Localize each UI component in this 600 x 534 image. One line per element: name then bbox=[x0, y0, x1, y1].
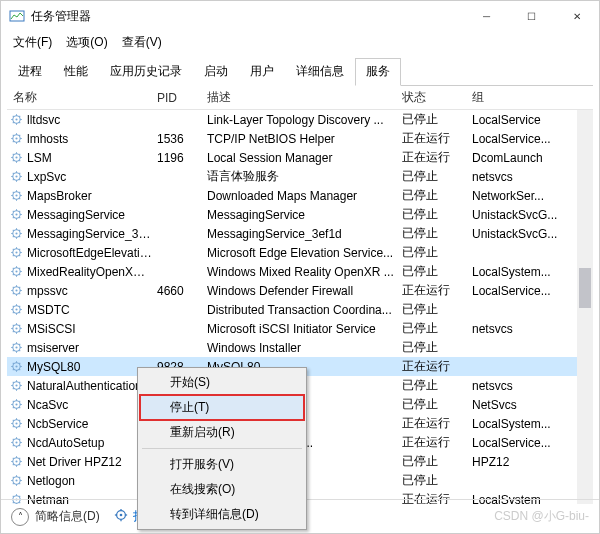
service-name: MapsBroker bbox=[27, 189, 96, 203]
service-group: LocalSystem... bbox=[472, 265, 572, 279]
gear-icon bbox=[9, 474, 23, 488]
svg-point-32 bbox=[15, 175, 17, 177]
svg-line-90 bbox=[12, 274, 13, 275]
tab-1[interactable]: 性能 bbox=[53, 58, 99, 86]
gear-icon bbox=[9, 379, 23, 393]
table-row[interactable]: LxpSvc语言体验服务已停止netsvcs bbox=[7, 167, 593, 186]
chevron-up-icon: ˄ bbox=[11, 508, 29, 526]
svg-line-128 bbox=[19, 350, 20, 351]
service-status: 已停止 bbox=[402, 377, 472, 394]
tab-6[interactable]: 服务 bbox=[355, 58, 401, 86]
tab-0[interactable]: 进程 bbox=[7, 58, 53, 86]
table-row[interactable]: MSDTCDistributed Transaction Coordina...… bbox=[7, 300, 593, 319]
gear-icon bbox=[9, 151, 23, 165]
tab-4[interactable]: 用户 bbox=[239, 58, 285, 86]
svg-point-92 bbox=[15, 289, 17, 291]
svg-line-97 bbox=[12, 287, 13, 288]
gear-icon bbox=[9, 227, 23, 241]
menu-options[interactable]: 选项(O) bbox=[60, 32, 113, 53]
service-status: 已停止 bbox=[402, 472, 472, 489]
svg-line-159 bbox=[19, 401, 20, 402]
svg-line-160 bbox=[12, 407, 13, 408]
table-row[interactable]: MixedRealityOpenXRSvcWindows Mixed Reali… bbox=[7, 262, 593, 281]
menu-view[interactable]: 查看(V) bbox=[116, 32, 168, 53]
menu-file[interactable]: 文件(F) bbox=[7, 32, 58, 53]
svg-line-150 bbox=[12, 388, 13, 389]
svg-line-188 bbox=[19, 464, 20, 465]
svg-line-60 bbox=[12, 217, 13, 218]
header-group[interactable]: 组 bbox=[472, 89, 572, 106]
table-row[interactable]: MessagingServiceMessagingService已停止Unist… bbox=[7, 205, 593, 224]
svg-line-88 bbox=[19, 274, 20, 275]
header-desc[interactable]: 描述 bbox=[207, 89, 402, 106]
svg-line-127 bbox=[12, 344, 13, 345]
svg-line-120 bbox=[12, 331, 13, 332]
header-name[interactable]: 名称 bbox=[7, 89, 157, 106]
svg-point-62 bbox=[15, 232, 17, 234]
svg-line-7 bbox=[12, 116, 13, 117]
table-row[interactable]: MSiSCSIMicrosoft iSCSI Initiator Service… bbox=[7, 319, 593, 338]
table-row[interactable]: MicrosoftEdgeElevationS...Microsoft Edge… bbox=[7, 243, 593, 262]
svg-line-77 bbox=[12, 249, 13, 250]
svg-line-98 bbox=[19, 293, 20, 294]
menu-search-online[interactable]: 在线搜索(O) bbox=[140, 477, 304, 502]
svg-rect-0 bbox=[10, 11, 24, 21]
service-name: lltdsvc bbox=[27, 113, 64, 127]
service-group: netsvcs bbox=[472, 322, 572, 336]
maximize-button[interactable]: ☐ bbox=[509, 1, 554, 31]
header-pid[interactable]: PID bbox=[157, 91, 207, 105]
close-button[interactable]: ✕ bbox=[554, 1, 599, 31]
service-name: lmhosts bbox=[27, 132, 72, 146]
service-desc: Distributed Transaction Coordina... bbox=[207, 303, 402, 317]
service-name: NcbService bbox=[27, 417, 92, 431]
svg-line-130 bbox=[12, 350, 13, 351]
svg-line-38 bbox=[19, 179, 20, 180]
svg-line-78 bbox=[19, 255, 20, 256]
menu-start[interactable]: 开始(S) bbox=[140, 370, 304, 395]
scrollbar[interactable] bbox=[577, 110, 593, 504]
service-status: 已停止 bbox=[402, 320, 472, 337]
table-row[interactable]: MapsBrokerDownloaded Maps Manager已停止Netw… bbox=[7, 186, 593, 205]
service-desc: Link-Layer Topology Discovery ... bbox=[207, 113, 402, 127]
svg-line-109 bbox=[19, 306, 20, 307]
svg-line-110 bbox=[12, 312, 13, 313]
menu-open-services[interactable]: 打开服务(V) bbox=[140, 452, 304, 477]
scrollbar-thumb[interactable] bbox=[579, 268, 591, 308]
table-row[interactable]: MessagingService_3ef1dMessagingService_3… bbox=[7, 224, 593, 243]
minimize-button[interactable]: ─ bbox=[464, 1, 509, 31]
gear-icon bbox=[9, 265, 23, 279]
tab-3[interactable]: 启动 bbox=[193, 58, 239, 86]
header-status[interactable]: 状态 bbox=[402, 89, 472, 106]
svg-line-139 bbox=[19, 363, 20, 364]
service-status: 已停止 bbox=[402, 263, 472, 280]
table-row[interactable]: lmhosts1536TCP/IP NetBIOS Helper正在运行Loca… bbox=[7, 129, 593, 148]
tab-2[interactable]: 应用历史记录 bbox=[99, 58, 193, 86]
service-pid: 1196 bbox=[157, 151, 207, 165]
table-row[interactable]: lltdsvcLink-Layer Topology Discovery ...… bbox=[7, 110, 593, 129]
svg-point-122 bbox=[15, 346, 17, 348]
svg-line-100 bbox=[12, 293, 13, 294]
svg-point-132 bbox=[15, 365, 17, 367]
table-row[interactable]: LSM1196Local Session Manager正在运行DcomLaun… bbox=[7, 148, 593, 167]
service-name: MySQL80 bbox=[27, 360, 84, 374]
service-status: 已停止 bbox=[402, 206, 472, 223]
fewer-details-button[interactable]: ˄ 简略信息(D) bbox=[11, 508, 100, 526]
menu-restart[interactable]: 重新启动(R) bbox=[140, 420, 304, 445]
svg-line-18 bbox=[19, 141, 20, 142]
table-row[interactable]: mpssvc4660Windows Defender Firewall正在运行L… bbox=[7, 281, 593, 300]
service-group: HPZ12 bbox=[472, 455, 572, 469]
menu-go-details[interactable]: 转到详细信息(D) bbox=[140, 502, 304, 527]
svg-line-140 bbox=[12, 369, 13, 370]
table-row[interactable]: msiserverWindows Installer已停止 bbox=[7, 338, 593, 357]
service-name: NcdAutoSetup bbox=[27, 436, 108, 450]
service-name: NaturalAuthentication bbox=[27, 379, 146, 393]
svg-line-29 bbox=[19, 154, 20, 155]
tab-5[interactable]: 详细信息 bbox=[285, 58, 355, 86]
service-group: netsvcs bbox=[472, 170, 572, 184]
menu-stop[interactable]: 停止(T) bbox=[140, 395, 304, 420]
service-name: MicrosoftEdgeElevationS... bbox=[27, 246, 157, 260]
svg-line-179 bbox=[19, 439, 20, 440]
service-status: 正在运行 bbox=[402, 149, 472, 166]
svg-line-10 bbox=[12, 122, 13, 123]
service-desc: Windows Mixed Reality OpenXR ... bbox=[207, 265, 402, 279]
